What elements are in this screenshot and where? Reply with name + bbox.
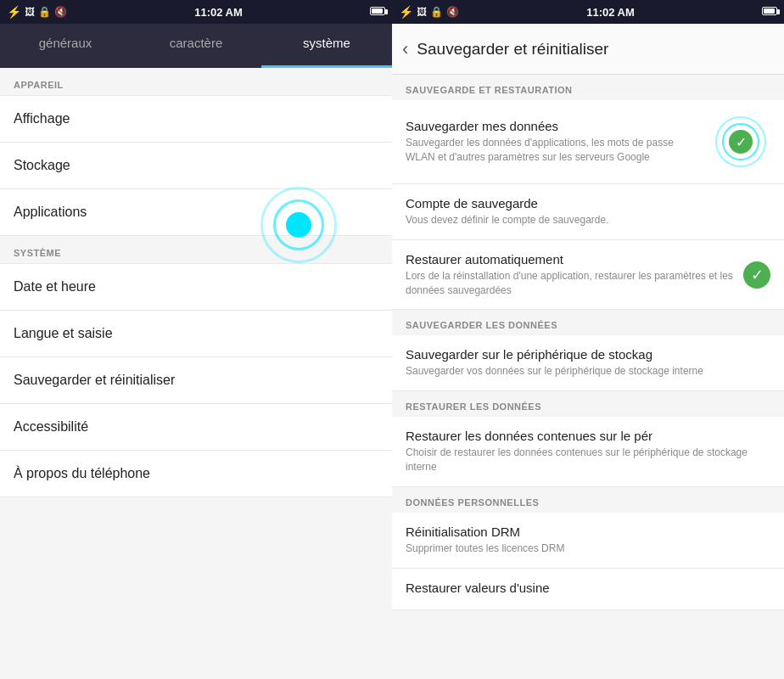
battery-display: [370, 6, 385, 18]
tab-generaux[interactable]: généraux: [0, 24, 131, 68]
list-item-date-heure[interactable]: Date et heure: [0, 263, 392, 311]
pulse-right: ✓: [711, 112, 770, 171]
right-header-title: Sauvegarder et réinitialiser: [417, 40, 608, 59]
section-donnees-perso: DONNÉES PERSONNELLES: [392, 487, 784, 513]
item-sauvegarder-stockage[interactable]: Sauvegarder sur le périphérique de stock…: [392, 335, 784, 391]
item-subtitle-compte: Vous devez définir le compte de sauvegar…: [406, 213, 770, 227]
list-item-langue-saisie[interactable]: Langue et saisie: [0, 311, 392, 357]
image-icon: 🖼: [25, 6, 35, 18]
right-usb-icon: ⚡: [399, 5, 413, 19]
left-status-bar: ⚡ 🖼 🔒 🔇 11:02 AM: [0, 0, 392, 24]
usb-icon: ⚡: [7, 5, 21, 19]
item-subtitle-sauvegarder-stockage: Sauvegarder vos données sur le périphéri…: [406, 364, 770, 379]
list-item-apropos[interactable]: À propos du téléphone: [0, 451, 392, 497]
right-panel: ⚡ 🖼 🔒 🔇 11:02 AM ‹ Sauvegarder et réinit…: [392, 0, 784, 679]
left-right-icons: [370, 6, 385, 18]
systeme-group: Date et heure Langue et saisie Sauvegard…: [0, 263, 392, 497]
item-text-sauvegarder: Sauvegarder mes données Sauvegarder les …: [406, 119, 704, 165]
list-item-affichage[interactable]: Affichage: [0, 95, 392, 143]
item-text-compte: Compte de sauvegarde Vous devez définir …: [406, 196, 770, 227]
item-subtitle-restaurer-donnees: Choisir de restaurer les données contenu…: [406, 446, 770, 474]
left-time: 11:02 AM: [194, 6, 243, 19]
right-header: ‹ Sauvegarder et réinitialiser: [392, 24, 784, 75]
section-sauvegarde-restauration: SAUVEGARDE ET RESTAURATION: [392, 75, 784, 100]
item-compte-sauvegarde[interactable]: Compte de sauvegarde Vous devez définir …: [392, 184, 784, 240]
section-header-appareil: APPAREIL: [0, 68, 392, 95]
list-item-accessibilite[interactable]: Accessibilité: [0, 404, 392, 451]
right-right-icons: [762, 6, 777, 18]
right-vpn-icon: 🔒: [430, 6, 443, 18]
left-content: APPAREIL Affichage Stockage Applications…: [0, 68, 392, 679]
item-title-reinit-drm: Réinitialisation DRM: [406, 525, 770, 539]
left-panel: ⚡ 🖼 🔒 🔇 11:02 AM généraux caractère syst…: [0, 0, 392, 679]
back-button[interactable]: ‹: [402, 38, 408, 60]
check-restaurer-auto: ✓: [743, 261, 770, 289]
item-restaurer-usine[interactable]: Restaurer valeurs d'usine: [392, 569, 784, 610]
right-image-icon: 🖼: [417, 6, 427, 18]
tab-systeme[interactable]: système: [261, 24, 392, 68]
list-item-stockage[interactable]: Stockage: [0, 143, 392, 189]
section-restaurer-donnees: RESTAURER LES DONNÉES: [392, 391, 784, 417]
pulse-right-ring3: [715, 116, 766, 167]
item-title-restaurer-auto: Restaurer automatiquement: [406, 252, 736, 267]
tab-caractere[interactable]: caractère: [131, 24, 261, 68]
right-status-icons: ⚡ 🖼 🔒 🔇: [399, 5, 459, 19]
item-subtitle-reinit-drm: Supprimer toutes les licences DRM: [406, 542, 770, 556]
appareil-group: Affichage Stockage Applications: [0, 95, 392, 236]
left-status-icons: ⚡ 🖼 🔒 🔇: [7, 5, 67, 19]
item-title-restaurer-donnees: Restaurer les données contenues sur le p…: [406, 429, 770, 443]
left-tab-bar: généraux caractère système: [0, 24, 392, 68]
item-restaurer-auto[interactable]: Restaurer automatiquement Lors de la réi…: [392, 240, 784, 311]
volume-icon: 🔇: [54, 6, 67, 18]
list-item-applications[interactable]: Applications: [0, 189, 392, 236]
item-text-restaurer-donnees: Restaurer les données contenues sur le p…: [406, 429, 770, 474]
item-sauvegarder-donnees[interactable]: Sauvegarder mes données Sauvegarder les …: [392, 100, 784, 184]
right-content: SAUVEGARDE ET RESTAURATION Sauvegarder m…: [392, 75, 784, 679]
section-sauvegarder-donnees: SAUVEGARDER LES DONNÉES: [392, 310, 784, 335]
section-header-systeme: SYSTÈME: [0, 236, 392, 263]
item-restaurer-donnees[interactable]: Restaurer les données contenues sur le p…: [392, 417, 784, 487]
item-reinit-drm[interactable]: Réinitialisation DRM Supprimer toutes le…: [392, 513, 784, 569]
right-status-bar: ⚡ 🖼 🔒 🔇 11:02 AM: [392, 0, 784, 24]
item-text-restaurer-usine: Restaurer valeurs d'usine: [406, 581, 770, 598]
item-text-reinit-drm: Réinitialisation DRM Supprimer toutes le…: [406, 525, 770, 556]
item-subtitle-restaurer-auto: Lors de la réinstallation d'une applicat…: [406, 269, 736, 298]
item-title-compte: Compte de sauvegarde: [406, 196, 770, 210]
vpn-icon: 🔒: [38, 6, 51, 18]
item-text-restaurer-auto: Restaurer automatiquement Lors de la réi…: [406, 252, 736, 298]
right-volume-icon: 🔇: [446, 6, 459, 18]
list-item-sauvegarder-reinitialiser[interactable]: Sauvegarder et réinitialiser: [0, 357, 392, 404]
right-battery-display: [762, 6, 777, 18]
right-time: 11:02 AM: [586, 6, 635, 19]
item-title-sauvegarder-stockage: Sauvegarder sur le périphérique de stock…: [406, 347, 770, 362]
item-subtitle-sauvegarder: Sauvegarder les données d'applications, …: [406, 136, 704, 165]
item-text-sauvegarder-stockage: Sauvegarder sur le périphérique de stock…: [406, 347, 770, 379]
item-title-restaurer-usine: Restaurer valeurs d'usine: [406, 581, 770, 595]
item-title-sauvegarder: Sauvegarder mes données: [406, 119, 704, 133]
